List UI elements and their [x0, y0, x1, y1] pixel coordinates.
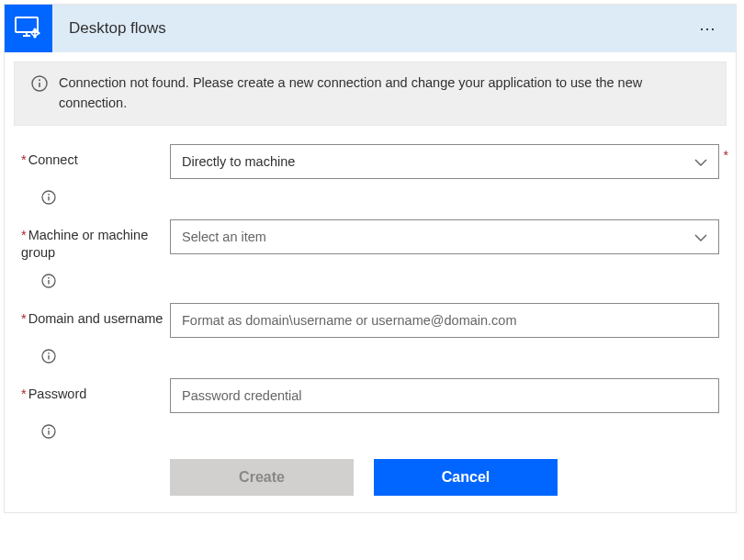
button-row: Create Cancel — [170, 459, 719, 496]
machine-row: *Machine or machine group Select an item — [21, 219, 719, 263]
warning-text: Connection not found. Please create a ne… — [59, 73, 709, 114]
chevron-down-icon — [694, 154, 707, 169]
connect-info-row — [21, 181, 719, 214]
panel-title: Desktop flows — [69, 19, 166, 38]
password-row: *Password Password credential — [21, 378, 719, 413]
domain-username-input[interactable]: Format as domain\username or username@do… — [170, 303, 719, 338]
connect-value: Directly to machine — [182, 154, 295, 169]
svg-point-10 — [48, 193, 50, 195]
info-icon[interactable] — [41, 190, 56, 205]
svg-point-16 — [48, 353, 50, 354]
svg-point-5 — [33, 35, 36, 38]
domain-row: *Domain and username Format as domain\us… — [21, 303, 719, 338]
password-info-row — [21, 415, 719, 448]
chevron-down-icon — [694, 230, 707, 244]
connection-form: *Connect Directly to machine * *Machine … — [5, 126, 736, 512]
svg-point-13 — [48, 277, 50, 279]
warning-banner: Connection not found. Please create a ne… — [14, 62, 727, 126]
domain-placeholder: Format as domain\username or username@do… — [182, 313, 516, 328]
machine-info-row — [21, 264, 719, 297]
desktop-flows-panel: Desktop flows ⋯ Connection not found. Pl… — [4, 4, 737, 513]
panel-header: Desktop flows ⋯ — [5, 5, 736, 52]
info-icon — [31, 75, 48, 92]
domain-label: *Domain and username — [21, 311, 163, 326]
info-icon[interactable] — [41, 424, 56, 439]
machine-placeholder: Select an item — [182, 230, 266, 244]
svg-point-4 — [37, 31, 39, 34]
password-label: *Password — [21, 386, 86, 401]
domain-info-row — [21, 340, 719, 373]
svg-point-19 — [48, 428, 50, 430]
svg-point-7 — [39, 79, 40, 81]
create-button[interactable]: Create — [170, 459, 354, 496]
password-placeholder: Password credential — [182, 388, 302, 403]
password-input[interactable]: Password credential — [170, 378, 719, 413]
machine-label: *Machine or machine group — [21, 228, 148, 261]
required-indicator: * — [724, 148, 728, 162]
connect-row: *Connect Directly to machine * — [21, 144, 719, 179]
svg-point-3 — [33, 28, 36, 30]
machine-select[interactable]: Select an item — [170, 219, 719, 254]
connect-label: *Connect — [21, 152, 78, 167]
connect-select[interactable]: Directly to machine — [170, 144, 719, 179]
info-icon[interactable] — [41, 349, 56, 364]
info-icon[interactable] — [41, 274, 56, 288]
more-options-button[interactable]: ⋯ — [699, 18, 717, 39]
desktop-flows-icon — [5, 5, 52, 52]
cancel-button[interactable]: Cancel — [374, 459, 558, 496]
